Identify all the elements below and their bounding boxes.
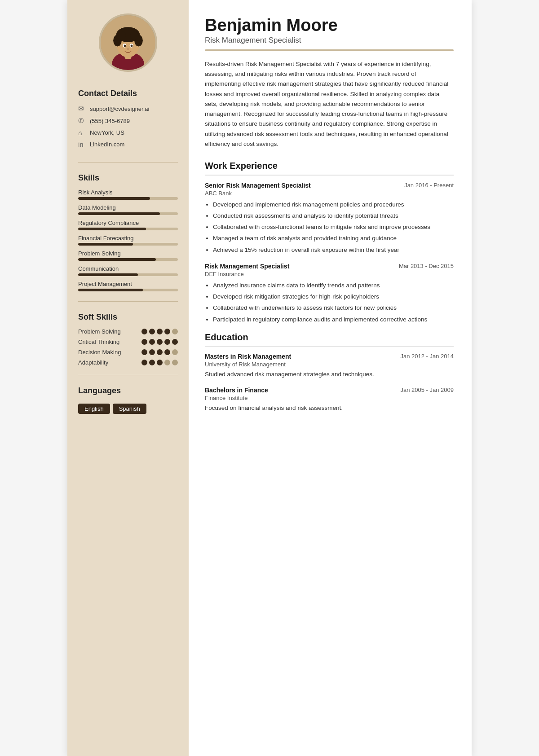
skill-item: Financial Forecasting — [78, 235, 178, 246]
dot — [157, 339, 163, 345]
candidate-name: Benjamin Moore — [205, 16, 454, 35]
job-bullets: Developed and implemented risk managemen… — [205, 200, 454, 255]
edu-school: Finance Institute — [205, 395, 454, 401]
contact-title: Contact Details — [78, 89, 137, 98]
skill-item: Problem Solving — [78, 250, 178, 261]
job-company: ABC Bank — [205, 190, 454, 197]
dot — [149, 349, 155, 355]
skill-bar-bg — [78, 289, 178, 291]
soft-skill-name: Critical Thinking — [78, 338, 128, 345]
sidebar-divider-3 — [78, 375, 178, 375]
job-entry: Risk Management Specialist Mar 2013 - De… — [205, 263, 454, 324]
edu-school: University of Risk Management — [205, 361, 454, 368]
skill-item: Project Management — [78, 281, 178, 291]
linkedin-icon: in — [78, 141, 86, 148]
jobs-list: Senior Risk Management Specialist Jan 20… — [205, 182, 454, 324]
edu-desc: Focused on financial analysis and risk a… — [205, 404, 454, 413]
work-experience-title: Work Experience — [205, 161, 454, 171]
dot — [149, 360, 155, 365]
dot — [172, 329, 178, 334]
edu-degree: Masters in Risk Management — [205, 353, 291, 360]
skill-item: Data Modeling — [78, 204, 178, 215]
education-list: Masters in Risk Management Jan 2012 - Ja… — [205, 353, 454, 413]
dot — [141, 360, 147, 365]
contact-list: ✉ support@cvdesigner.ai ✆ (555) 345-6789… — [78, 105, 149, 152]
edu-dates: Jan 2012 - Jan 2014 — [400, 353, 454, 360]
svg-point-7 — [118, 31, 126, 40]
dot — [172, 360, 178, 365]
job-header: Senior Risk Management Specialist Jan 20… — [205, 182, 454, 189]
dot — [157, 360, 163, 365]
candidate-job-title: Risk Management Specialist — [205, 36, 454, 45]
contact-phone: ✆ (555) 345-6789 — [78, 117, 149, 125]
skill-bar-bg — [78, 243, 178, 246]
soft-skill-name: Decision Making — [78, 349, 128, 356]
dot — [149, 329, 155, 334]
soft-skill-item: Problem Solving — [78, 328, 178, 335]
dot — [164, 339, 170, 345]
language-badge: Spanish — [113, 404, 146, 414]
dot — [172, 339, 178, 345]
dots — [141, 360, 178, 365]
dot — [149, 339, 155, 345]
dot — [172, 349, 178, 355]
dot — [157, 349, 163, 355]
soft-skill-item: Decision Making — [78, 349, 178, 356]
languages-list: EnglishSpanish — [78, 402, 149, 414]
skill-item: Communication — [78, 265, 178, 276]
skill-bar-bg — [78, 212, 178, 215]
soft-skill-item: Critical Thinking — [78, 338, 178, 345]
dot — [164, 329, 170, 334]
skill-bar-bg — [78, 273, 178, 276]
skills-list: Risk Analysis Data Modeling Regulatory C… — [78, 189, 178, 296]
skill-bar-fill — [78, 258, 156, 261]
phone-icon: ✆ — [78, 117, 86, 125]
edu-divider — [205, 346, 454, 347]
skill-bar-bg — [78, 197, 178, 200]
job-bullet: Managed a team of risk analysts and prov… — [213, 234, 454, 243]
skill-name: Regulatory Compliance — [78, 220, 178, 226]
job-dates: Jan 2016 - Present — [404, 182, 454, 189]
edu-entry: Masters in Risk Management Jan 2012 - Ja… — [205, 353, 454, 379]
skill-name: Problem Solving — [78, 250, 178, 257]
work-divider — [205, 175, 454, 176]
job-dates: Mar 2013 - Dec 2015 — [399, 263, 454, 269]
job-entry: Senior Risk Management Specialist Jan 20… — [205, 182, 454, 255]
sidebar-divider-1 — [78, 162, 178, 163]
language-badge: English — [78, 404, 110, 414]
job-bullet: Collaborated with cross-functional teams… — [213, 223, 454, 232]
job-title-name: Risk Management Specialist — [205, 263, 289, 270]
edu-dates: Jan 2005 - Jan 2009 — [400, 387, 454, 393]
svg-point-13 — [127, 48, 129, 50]
job-company: DEF Insurance — [205, 271, 454, 277]
sidebar: Contact Details ✉ support@cvdesigner.ai … — [67, 0, 189, 756]
education-title: Education — [205, 332, 454, 343]
skill-bar-fill — [78, 197, 150, 200]
accent-line — [205, 49, 454, 51]
svg-point-11 — [124, 44, 126, 47]
skill-bar-fill — [78, 289, 143, 291]
svg-point-8 — [130, 31, 139, 40]
soft-skill-name: Adaptability — [78, 359, 128, 366]
skill-bar-bg — [78, 228, 178, 230]
skill-item: Regulatory Compliance — [78, 220, 178, 230]
dot — [141, 329, 147, 334]
dot — [164, 360, 170, 365]
job-bullet: Developed risk mitigation strategies for… — [213, 292, 454, 301]
sidebar-divider-2 — [78, 301, 178, 302]
skill-name: Risk Analysis — [78, 189, 178, 196]
soft-skill-item: Adaptability — [78, 359, 178, 366]
avatar — [99, 13, 157, 72]
languages-title: Languages — [78, 386, 121, 396]
edu-degree: Bachelors in Finance — [205, 387, 268, 394]
edu-entry: Bachelors in Finance Jan 2005 - Jan 2009… — [205, 387, 454, 413]
skill-bar-fill — [78, 212, 160, 215]
contact-email: ✉ support@cvdesigner.ai — [78, 105, 149, 113]
job-title-name: Senior Risk Management Specialist — [205, 182, 311, 189]
dot — [157, 329, 163, 334]
dots — [141, 349, 178, 355]
dots — [141, 329, 178, 334]
skill-bar-bg — [78, 258, 178, 261]
edu-header: Masters in Risk Management Jan 2012 - Ja… — [205, 353, 454, 360]
skill-name: Financial Forecasting — [78, 235, 178, 242]
